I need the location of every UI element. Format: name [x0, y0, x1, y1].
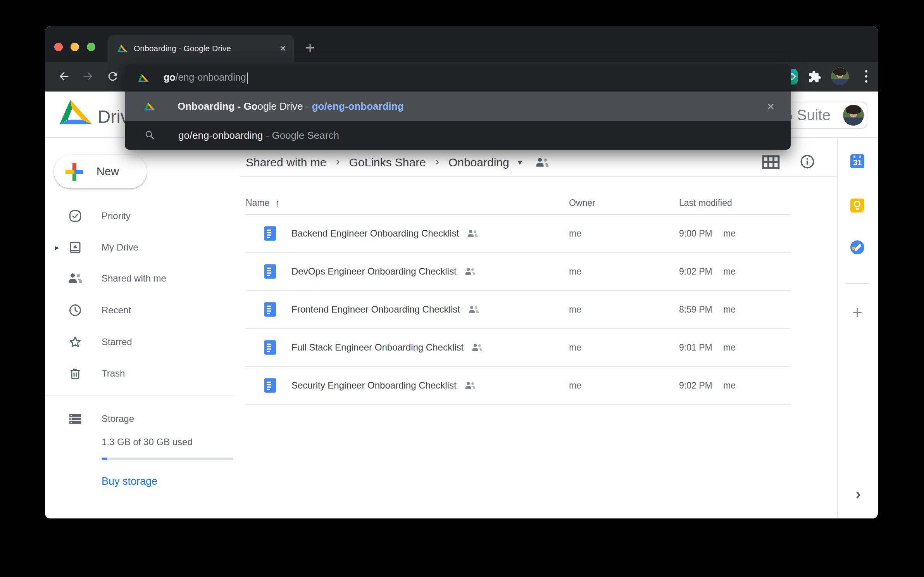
sidebar-item-storage[interactable]: Storage [45, 406, 234, 431]
chevron-right-icon: › [431, 155, 443, 170]
shared-indicator-icon [464, 382, 476, 390]
info-icon[interactable] [799, 154, 815, 170]
macos-zoom-button[interactable] [87, 43, 95, 51]
extensions-puzzle-icon[interactable] [807, 69, 822, 85]
reload-button[interactable] [106, 70, 119, 83]
side-panel-divider [837, 138, 838, 518]
chrome-menu-icon[interactable] [860, 70, 873, 83]
omnibox-input[interactable]: go/eng-onboarding [125, 64, 791, 92]
drive-favicon [117, 44, 128, 53]
grid-view-icon[interactable] [762, 155, 780, 169]
suggestion-drive-result[interactable]: Onboarding - Google Drive - go/eng-onboa… [125, 92, 791, 121]
drive-favicon [144, 102, 155, 111]
chevron-right-icon: › [332, 155, 343, 170]
sidebar-item-my-drive[interactable]: ▸ My Drive [45, 235, 234, 260]
shared-indicator-icon [464, 268, 476, 276]
column-header-last-modified: Last modified [679, 198, 732, 208]
drive-favicon [138, 74, 149, 83]
suggestion-search-result[interactable]: go/eng-onboarding - Google Search [125, 121, 791, 150]
column-header-name[interactable]: Name [246, 198, 269, 208]
column-header-owner: Owner [569, 198, 595, 208]
my-drive-icon [68, 240, 82, 254]
macos-minimize-button[interactable] [71, 43, 79, 51]
screenshot-background: Onboarding - Google Drive × + go/eng [0, 0, 924, 577]
google-docs-icon [264, 378, 276, 393]
forward-button[interactable] [81, 70, 95, 83]
new-tab-button[interactable]: + [298, 36, 322, 60]
sort-ascending-icon[interactable]: ↑ [275, 197, 280, 209]
shared-indicator-icon [468, 306, 479, 314]
google-docs-icon [264, 302, 276, 317]
table-header: Name ↑ Owner Last modified [246, 193, 791, 214]
star-icon [68, 335, 82, 349]
sidebar-item-starred[interactable]: Starred [45, 330, 234, 354]
shared-indicator-icon [467, 230, 478, 238]
side-panel-icon-divider [846, 283, 869, 284]
buy-storage-link[interactable]: Buy storage [102, 475, 157, 487]
account-avatar[interactable] [843, 105, 864, 126]
trash-icon [68, 366, 82, 380]
sidebar-item-recent[interactable]: Recent [45, 298, 234, 323]
macos-close-button[interactable] [54, 43, 63, 51]
omnibox-dropdown: go/eng-onboarding Onboarding - Google Dr… [125, 64, 791, 150]
google-docs-icon [264, 264, 276, 279]
storage-usage-text: 1.3 GB of 30 GB used [102, 437, 193, 447]
back-button[interactable] [57, 70, 71, 83]
shared-people-icon [68, 271, 82, 285]
storage-icon [68, 412, 82, 426]
google-calendar-icon[interactable]: 31 [850, 154, 864, 168]
file-row[interactable]: Security Engineer Onboarding Checklist m… [246, 367, 791, 405]
collapse-panel-chevron-icon[interactable]: › [851, 486, 865, 502]
breadcrumb-golinks-share[interactable]: GoLinks Share [343, 156, 431, 169]
new-button[interactable]: New [54, 155, 147, 188]
storage-progress-fill [102, 458, 107, 460]
file-row[interactable]: Frontend Engineer Onboarding Checklist m… [246, 291, 791, 329]
breadcrumb-shared-with-me[interactable]: Shared with me [240, 156, 332, 169]
tab-close-icon[interactable]: × [280, 43, 286, 54]
google-keep-icon[interactable] [850, 199, 864, 212]
shared-folder-icon[interactable] [535, 157, 549, 168]
sidebar-divider [45, 396, 234, 396]
tab-title: Onboarding - Google Drive [134, 44, 274, 53]
google-docs-icon [264, 226, 276, 241]
suggestion-text: go/eng-onboarding - Google Search [178, 130, 339, 142]
search-icon [144, 130, 156, 141]
file-row[interactable]: DevOps Engineer Onboarding Checklist me … [246, 253, 791, 291]
expand-arrow-icon[interactable]: ▸ [55, 243, 59, 252]
browser-tab[interactable]: Onboarding - Google Drive × [108, 35, 294, 62]
breadcrumb-divider [240, 176, 837, 177]
new-plus-icon [66, 163, 83, 181]
browser-profile-avatar[interactable] [831, 67, 849, 85]
file-row[interactable]: Backend Engineer Onboarding Checklist me… [246, 215, 791, 253]
priority-icon [68, 209, 82, 223]
omnibox-text: go/eng-onboarding [164, 72, 248, 84]
suggestion-text: Onboarding - Google Drive - go/eng-onboa… [178, 100, 404, 112]
google-docs-icon [264, 340, 276, 355]
get-add-ons-icon[interactable]: + [850, 304, 864, 321]
google-drive-logo [60, 98, 92, 126]
remove-suggestion-icon[interactable]: × [767, 99, 774, 114]
google-tasks-icon[interactable] [850, 240, 864, 254]
sidebar-item-shared-with-me[interactable]: Shared with me [45, 266, 234, 291]
sidebar-item-priority[interactable]: Priority [45, 204, 234, 228]
shared-indicator-icon [471, 344, 483, 352]
sidebar-item-trash[interactable]: Trash [45, 361, 234, 386]
storage-progress-bar [102, 458, 233, 460]
file-row[interactable]: Full Stack Engineer Onboarding Checklist… [246, 329, 791, 367]
text-caret [247, 73, 248, 84]
browser-window: Onboarding - Google Drive × + go/eng [45, 26, 878, 518]
folder-menu-caret-icon[interactable]: ▾ [515, 157, 525, 168]
breadcrumb-onboarding[interactable]: Onboarding [443, 156, 515, 169]
breadcrumb: Shared with me › GoLinks Share › Onboard… [240, 149, 837, 176]
clock-icon [68, 303, 82, 317]
